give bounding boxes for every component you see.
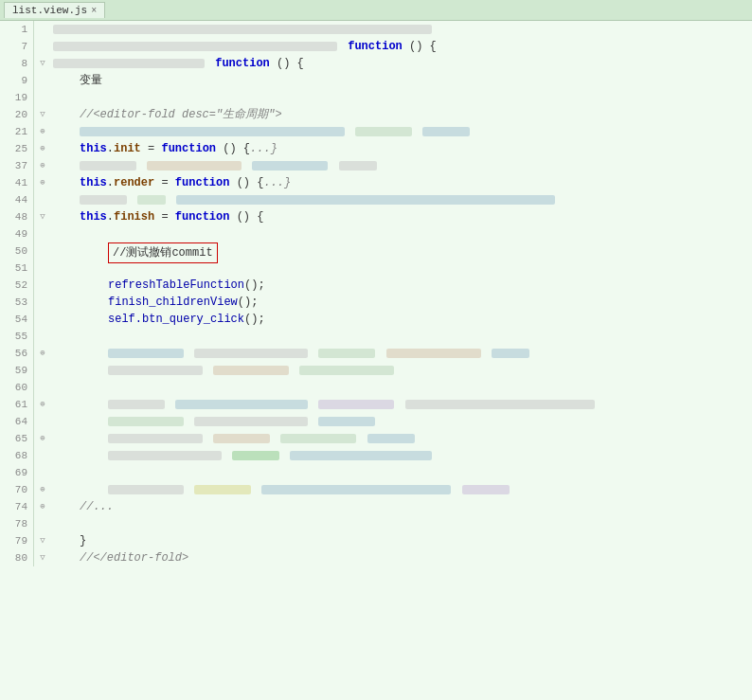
fold-icon: [34, 191, 51, 208]
fold-icon[interactable]: ▽: [34, 106, 51, 123]
code-content: self.btn_query_click();: [51, 311, 752, 328]
line-number: 61: [0, 396, 34, 413]
fold-icon[interactable]: ⊕: [34, 174, 51, 191]
fold-icon: [34, 260, 51, 277]
code-content: finish_childrenView();: [51, 294, 752, 311]
line-number: 80: [0, 549, 34, 566]
line-number: 8: [0, 55, 34, 72]
fold-icon[interactable]: ⊕: [34, 481, 51, 498]
table-row: 48 ▽ this.finish = function () {: [0, 208, 752, 225]
line-number: 44: [0, 191, 34, 208]
code-content: refreshTableFunction();: [51, 277, 752, 294]
code-content: [51, 413, 752, 430]
table-row: 44: [0, 191, 752, 208]
fold-icon: [34, 447, 51, 464]
line-number: 21: [0, 123, 34, 140]
code-content: }: [51, 532, 752, 549]
fold-icon[interactable]: ⊕: [34, 157, 51, 174]
line-number: 54: [0, 311, 34, 328]
code-content: [51, 396, 752, 413]
fold-icon[interactable]: ⊕: [34, 140, 51, 157]
code-content: this.render = function () {...}: [51, 174, 752, 191]
code-content: //测试撤销commit: [51, 242, 752, 260]
code-content: [51, 362, 752, 379]
table-row: 79 ▽ }: [0, 532, 752, 549]
code-content: [51, 328, 752, 345]
line-number: 51: [0, 260, 34, 277]
file-tab[interactable]: list.view.js ×: [4, 2, 105, 18]
table-row: 59: [0, 362, 752, 379]
fold-icon[interactable]: ⊕: [34, 345, 51, 362]
code-content: [51, 464, 752, 481]
line-number: 55: [0, 328, 34, 345]
table-row: 60: [0, 379, 752, 396]
code-content: [51, 89, 752, 106]
table-row: 56 ⊕: [0, 345, 752, 362]
line-number: 59: [0, 362, 34, 379]
table-row: 37 ⊕: [0, 157, 752, 174]
fold-icon[interactable]: ▽: [34, 208, 51, 225]
fold-icon: [34, 225, 51, 242]
line-number: 68: [0, 447, 34, 464]
table-row: 55: [0, 328, 752, 345]
fold-icon: [34, 362, 51, 379]
code-content: [51, 260, 752, 277]
line-number: 52: [0, 277, 34, 294]
code-content: [51, 515, 752, 532]
table-row: 61 ⊕: [0, 396, 752, 413]
fold-icon: [34, 379, 51, 396]
fold-icon: [34, 328, 51, 345]
table-row: 19: [0, 89, 752, 106]
fold-icon[interactable]: [34, 38, 51, 55]
tab-close-icon[interactable]: ×: [91, 6, 97, 16]
table-row: 68: [0, 447, 752, 464]
tab-bar: list.view.js ×: [0, 0, 752, 21]
fold-icon[interactable]: ⊕: [34, 430, 51, 447]
line-number: 48: [0, 208, 34, 225]
table-row: 8 ▽ function () {: [0, 55, 752, 72]
table-row: 65 ⊕: [0, 430, 752, 447]
table-row: 49: [0, 225, 752, 242]
line-number: 19: [0, 89, 34, 106]
code-content: [51, 123, 752, 140]
line-number: 9: [0, 72, 34, 89]
fold-icon: [34, 413, 51, 430]
fold-icon[interactable]: ▽: [34, 532, 51, 549]
table-row: 70 ⊕: [0, 481, 752, 498]
table-row: 69: [0, 464, 752, 481]
fold-icon[interactable]: ▽: [34, 549, 51, 566]
line-number: 7: [0, 38, 34, 55]
line-number: 60: [0, 379, 34, 396]
line-number: 69: [0, 464, 34, 481]
table-row: 54 self.btn_query_click();: [0, 311, 752, 328]
table-row: 74 ⊕ //...: [0, 498, 752, 515]
fold-icon: [34, 242, 51, 260]
fold-icon[interactable]: [34, 21, 51, 38]
line-number: 37: [0, 157, 34, 174]
code-content: [51, 225, 752, 242]
fold-icon[interactable]: ⊕: [34, 498, 51, 515]
code-content: [51, 481, 752, 498]
table-row: 78: [0, 515, 752, 532]
fold-icon[interactable]: ⊕: [34, 123, 51, 140]
tab-label: list.view.js: [12, 5, 87, 16]
line-number: 41: [0, 174, 34, 191]
code-content: [51, 21, 752, 38]
line-number: 49: [0, 225, 34, 242]
fold-icon: [34, 294, 51, 311]
code-content: this.finish = function () {: [51, 208, 752, 225]
fold-icon[interactable]: ⊕: [34, 396, 51, 413]
fold-icon[interactable]: [34, 72, 51, 89]
code-content: //...: [51, 498, 752, 515]
code-content: this.init = function () {...}: [51, 140, 752, 157]
table-row: 21 ⊕: [0, 123, 752, 140]
table-row: 9 变量: [0, 72, 752, 89]
fold-icon[interactable]: ▽: [34, 55, 51, 72]
line-number: 78: [0, 515, 34, 532]
table-row: 80 ▽ //</editor-fold>: [0, 549, 752, 566]
table-row: 53 finish_childrenView();: [0, 294, 752, 311]
code-content: [51, 430, 752, 447]
code-content: [51, 191, 752, 208]
line-number: 74: [0, 498, 34, 515]
table-row: 51: [0, 260, 752, 277]
